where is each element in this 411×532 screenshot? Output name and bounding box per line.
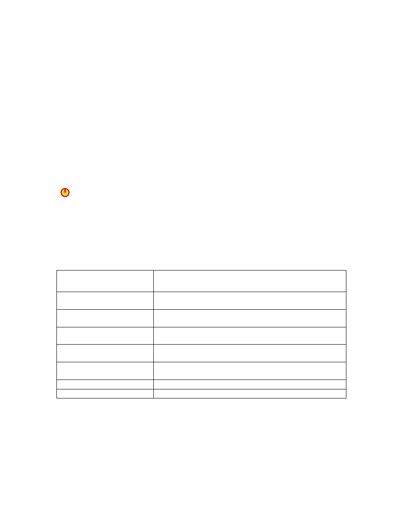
table-cell: [57, 310, 154, 327]
table-row: [57, 389, 346, 398]
table-row: [57, 345, 346, 362]
table-cell: [154, 345, 346, 362]
page: [0, 0, 411, 532]
table-row: [57, 327, 346, 345]
power-icon: [60, 188, 70, 197]
table-header-row: [57, 271, 346, 292]
table-cell: [154, 380, 346, 389]
table-cell: [57, 345, 154, 362]
table-header-cell: [154, 271, 346, 292]
table-cell: [154, 310, 346, 327]
table-cell: [57, 389, 154, 398]
table-cell: [154, 292, 346, 310]
table-row: [57, 362, 346, 380]
table-cell: [154, 362, 346, 380]
table-cell: [57, 362, 154, 380]
table-header-cell: [57, 271, 154, 292]
table-cell: [57, 380, 154, 389]
table-row: [57, 310, 346, 327]
table-cell: [154, 327, 346, 345]
data-table: [56, 270, 346, 398]
table-cell: [57, 327, 154, 345]
table-row: [57, 292, 346, 310]
table-cell: [57, 292, 154, 310]
table-cell: [154, 389, 346, 398]
table-row: [57, 380, 346, 389]
